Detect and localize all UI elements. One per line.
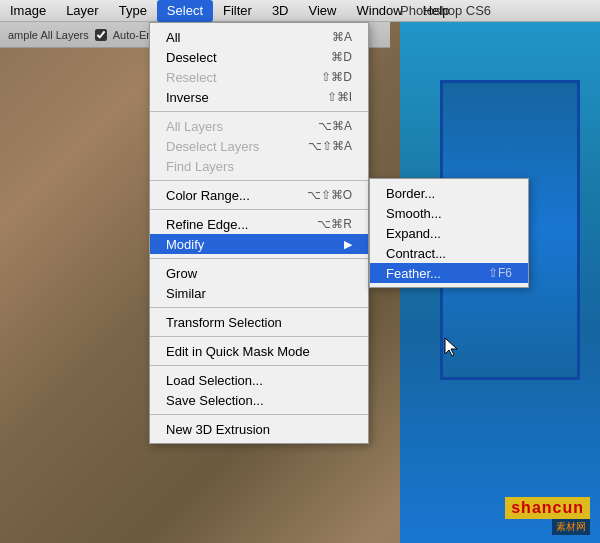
submenu-item-contract-label: Contract...	[386, 246, 446, 261]
separator-6	[150, 336, 368, 337]
menu-item-inverse[interactable]: Inverse ⇧⌘I	[150, 87, 368, 107]
menu-item-new-3d-extrusion-label: New 3D Extrusion	[166, 422, 270, 437]
sample-all-layers-label: ample All Layers	[8, 29, 89, 41]
menu-item-grow[interactable]: Grow	[150, 263, 368, 283]
menu-item-all-label: All	[166, 30, 180, 45]
menu-item-similar[interactable]: Similar	[150, 283, 368, 303]
watermark-sub-text: 素材网	[552, 519, 590, 535]
menubar-item-view[interactable]: View	[299, 0, 347, 22]
modify-submenu: Border... Smooth... Expand... Contract..…	[369, 178, 529, 288]
menu-item-deselect-layers: Deselect Layers ⌥⇧⌘A	[150, 136, 368, 156]
separator-3	[150, 209, 368, 210]
submenu-item-smooth-label: Smooth...	[386, 206, 442, 221]
separator-7	[150, 365, 368, 366]
menu-item-reselect-label: Reselect	[166, 70, 217, 85]
watermark-main-text: shancun	[505, 497, 590, 519]
submenu-item-contract[interactable]: Contract...	[370, 243, 528, 263]
menubar-item-type[interactable]: Type	[109, 0, 157, 22]
separator-2	[150, 180, 368, 181]
menu-item-reselect-shortcut: ⇧⌘D	[321, 70, 352, 84]
menu-item-quick-mask-label: Edit in Quick Mask Mode	[166, 344, 310, 359]
submenu-item-feather-label: Feather...	[386, 266, 441, 281]
menu-item-find-layers-label: Find Layers	[166, 159, 234, 174]
menu-item-all[interactable]: All ⌘A	[150, 27, 368, 47]
menu-item-transform-selection[interactable]: Transform Selection	[150, 312, 368, 332]
menu-item-deselect[interactable]: Deselect ⌘D	[150, 47, 368, 67]
menu-item-modify-label: Modify	[166, 237, 204, 252]
select-dropdown-menu: All ⌘A Deselect ⌘D Reselect ⇧⌘D Inverse …	[149, 22, 369, 444]
auto-enhance-checkbox[interactable]	[95, 29, 107, 41]
menu-item-all-layers: All Layers ⌥⌘A	[150, 116, 368, 136]
menu-item-find-layers: Find Layers	[150, 156, 368, 176]
submenu-item-border[interactable]: Border...	[370, 183, 528, 203]
submenu-item-border-label: Border...	[386, 186, 435, 201]
menu-item-save-selection[interactable]: Save Selection...	[150, 390, 368, 410]
menu-item-deselect-shortcut: ⌘D	[331, 50, 352, 64]
menu-item-refine-edge[interactable]: Refine Edge... ⌥⌘R	[150, 214, 368, 234]
separator-4	[150, 258, 368, 259]
separator-1	[150, 111, 368, 112]
menu-item-all-layers-label: All Layers	[166, 119, 223, 134]
menu-item-all-layers-shortcut: ⌥⌘A	[318, 119, 352, 133]
menu-item-modify[interactable]: Modify ▶	[150, 234, 368, 254]
menubar-item-filter[interactable]: Filter	[213, 0, 262, 22]
menu-item-all-shortcut: ⌘A	[332, 30, 352, 44]
menu-item-inverse-shortcut: ⇧⌘I	[327, 90, 352, 104]
menu-item-grow-label: Grow	[166, 266, 197, 281]
submenu-item-smooth[interactable]: Smooth...	[370, 203, 528, 223]
menu-item-deselect-label: Deselect	[166, 50, 217, 65]
separator-8	[150, 414, 368, 415]
menubar-item-select[interactable]: Select	[157, 0, 213, 22]
photoshop-title: Photoshop CS6	[390, 0, 501, 22]
menubar: Image Layer Type Select Filter 3D View W…	[0, 0, 600, 22]
menu-item-color-range[interactable]: Color Range... ⌥⇧⌘O	[150, 185, 368, 205]
menu-item-refine-edge-label: Refine Edge...	[166, 217, 248, 232]
submenu-item-expand-label: Expand...	[386, 226, 441, 241]
menu-item-quick-mask[interactable]: Edit in Quick Mask Mode	[150, 341, 368, 361]
submenu-item-feather[interactable]: Feather... ⇧F6	[370, 263, 528, 283]
menu-item-color-range-shortcut: ⌥⇧⌘O	[307, 188, 352, 202]
menu-item-reselect: Reselect ⇧⌘D	[150, 67, 368, 87]
menu-item-save-selection-label: Save Selection...	[166, 393, 264, 408]
menu-item-similar-label: Similar	[166, 286, 206, 301]
menu-item-color-range-label: Color Range...	[166, 188, 250, 203]
menu-item-load-selection-label: Load Selection...	[166, 373, 263, 388]
submenu-arrow-icon: ▶	[344, 238, 352, 251]
menu-item-transform-selection-label: Transform Selection	[166, 315, 282, 330]
menu-item-new-3d-extrusion[interactable]: New 3D Extrusion	[150, 419, 368, 439]
menubar-item-3d[interactable]: 3D	[262, 0, 299, 22]
menubar-item-layer[interactable]: Layer	[56, 0, 109, 22]
menubar-item-image[interactable]: Image	[0, 0, 56, 22]
menu-item-deselect-layers-shortcut: ⌥⇧⌘A	[308, 139, 352, 153]
submenu-item-feather-shortcut: ⇧F6	[488, 266, 512, 280]
menu-item-refine-edge-shortcut: ⌥⌘R	[317, 217, 352, 231]
menu-item-load-selection[interactable]: Load Selection...	[150, 370, 368, 390]
menu-item-deselect-layers-label: Deselect Layers	[166, 139, 259, 154]
menu-item-inverse-label: Inverse	[166, 90, 209, 105]
watermark: shancun 素材网	[505, 497, 590, 535]
submenu-item-expand[interactable]: Expand...	[370, 223, 528, 243]
separator-5	[150, 307, 368, 308]
